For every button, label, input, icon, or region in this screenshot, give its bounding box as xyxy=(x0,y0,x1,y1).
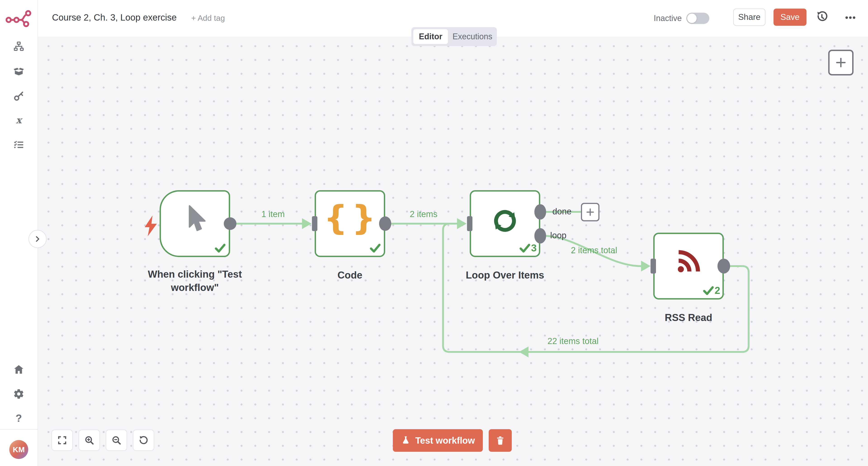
sidebar-item-credentials[interactable] xyxy=(0,86,37,106)
workflow-canvas[interactable] xyxy=(37,37,868,466)
add-node-button[interactable] xyxy=(828,50,854,75)
avatar[interactable]: KM xyxy=(9,440,28,459)
zoom-out-icon xyxy=(111,435,122,445)
ellipsis-icon xyxy=(844,11,857,24)
workflow-title[interactable]: Course 2, Ch. 3, Loop exercise xyxy=(52,12,177,23)
open-box-icon xyxy=(13,65,25,77)
activation-status-label: Inactive xyxy=(654,13,682,23)
zoom-out-button[interactable] xyxy=(106,430,127,451)
node-success-badge xyxy=(369,242,381,254)
add-tag-button[interactable]: + Add tag xyxy=(191,13,225,23)
tab-executions[interactable]: Executions xyxy=(450,27,495,46)
check-icon xyxy=(702,284,715,297)
share-button[interactable]: Share xyxy=(733,8,765,26)
flask-icon xyxy=(401,435,411,445)
wire-label-1-item: 1 item xyxy=(261,209,285,219)
svg-text:?: ? xyxy=(16,413,22,424)
n8n-logo[interactable] xyxy=(5,9,33,29)
add-node-after-done-button[interactable] xyxy=(581,203,599,221)
save-button[interactable]: Save xyxy=(774,8,807,26)
node-success-badge xyxy=(214,242,226,254)
node-label-trigger: When clicking "Test workflow" xyxy=(138,267,251,294)
trigger-bolt-icon xyxy=(144,215,158,237)
cursor-icon xyxy=(180,204,209,233)
sidebar-item-executions[interactable] xyxy=(0,134,37,155)
node-label-code: Code xyxy=(338,268,362,282)
check-icon xyxy=(519,242,531,254)
plus-icon xyxy=(835,57,847,69)
node-success-badge: 2 xyxy=(702,284,720,297)
variables-icon: x xyxy=(13,115,24,126)
test-workflow-label: Test workflow xyxy=(415,435,475,446)
n8n-workflow-editor: { } 3 2 When clicking "Test workflow" Co… xyxy=(0,0,868,466)
reset-zoom-button[interactable] xyxy=(133,430,154,451)
node-label-loop: Loop Over Items xyxy=(466,268,544,282)
sidebar-item-help[interactable]: ? xyxy=(0,408,37,429)
zoom-in-button[interactable] xyxy=(79,430,100,451)
zoom-in-icon xyxy=(84,435,94,445)
activation-toggle[interactable] xyxy=(686,13,709,24)
zoom-to-fit-button[interactable] xyxy=(52,430,73,451)
delete-workflow-button[interactable] xyxy=(489,429,512,452)
history-clock-icon xyxy=(815,10,829,24)
key-icon xyxy=(13,90,24,102)
chevron-right-icon xyxy=(34,235,41,243)
fit-view-icon xyxy=(57,435,67,445)
sidebar-item-templates[interactable] xyxy=(0,61,37,81)
output-label-done: done xyxy=(553,207,572,217)
run-count: 2 xyxy=(715,286,720,295)
output-label-loop: loop xyxy=(550,231,566,240)
check-icon xyxy=(214,242,226,254)
check-icon xyxy=(369,242,381,254)
list-check-icon xyxy=(13,139,24,151)
sidebar-item-home[interactable] xyxy=(0,359,37,380)
sidebar-divider xyxy=(0,429,37,430)
curly-braces-icon: { } xyxy=(316,199,384,237)
sidebar-expand-button[interactable] xyxy=(29,230,46,248)
tab-editor[interactable]: Editor xyxy=(413,29,448,44)
sidebar-item-workflows[interactable] xyxy=(0,36,37,57)
test-workflow-button[interactable]: Test workflow xyxy=(393,429,483,452)
sidebar-item-settings[interactable] xyxy=(0,384,37,404)
view-tabs: Editor Executions xyxy=(411,27,497,46)
wire-label-22-items-total: 22 items total xyxy=(548,336,598,346)
workflows-icon xyxy=(13,41,24,52)
node-success-badge: 3 xyxy=(519,242,537,254)
gear-icon xyxy=(13,388,24,400)
svg-text:x: x xyxy=(16,115,23,126)
sidebar-item-variables[interactable]: x xyxy=(0,110,37,131)
workflow-history-button[interactable] xyxy=(815,10,829,24)
loop-arrows-icon xyxy=(490,206,520,236)
rss-icon xyxy=(675,248,702,275)
node-label-rss: RSS Read xyxy=(665,311,712,324)
wire-label-2-items: 2 items xyxy=(410,209,437,219)
plus-icon xyxy=(585,207,595,217)
wire-label-2-items-total: 2 items total xyxy=(571,245,617,255)
home-icon xyxy=(13,364,25,375)
more-options-button[interactable] xyxy=(844,11,857,24)
trash-icon xyxy=(495,435,505,446)
reset-zoom-icon xyxy=(138,435,149,445)
run-count: 3 xyxy=(531,243,537,253)
toggle-knob xyxy=(687,13,697,23)
question-mark-icon: ? xyxy=(13,413,24,424)
